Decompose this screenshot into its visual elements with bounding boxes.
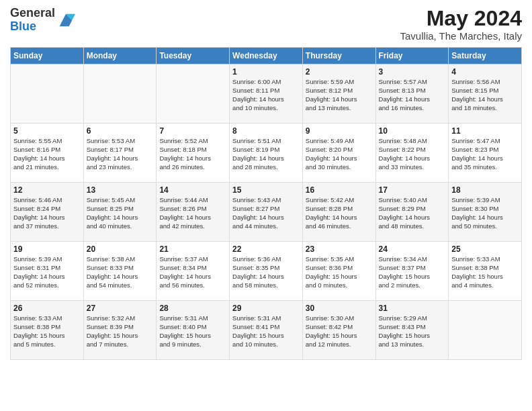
day-number: 26 — [13, 304, 81, 313]
day-cell: 3Sunrise: 5:57 AM Sunset: 8:13 PM Daylig… — [375, 64, 449, 124]
day-number: 23 — [306, 244, 373, 254]
day-cell: 10Sunrise: 5:48 AM Sunset: 8:22 PM Dayli… — [375, 124, 449, 183]
day-info: Sunrise: 5:33 AM Sunset: 8:38 PM Dayligh… — [451, 255, 519, 289]
day-number: 28 — [159, 304, 226, 313]
day-cell: 31Sunrise: 5:29 AM Sunset: 8:43 PM Dayli… — [375, 301, 449, 360]
day-number: 2 — [306, 67, 373, 77]
day-cell: 4Sunrise: 5:56 AM Sunset: 8:15 PM Daylig… — [449, 64, 522, 124]
logo: General Blue — [10, 7, 75, 34]
day-info: Sunrise: 5:47 AM Sunset: 8:23 PM Dayligh… — [451, 137, 519, 171]
day-cell: 27Sunrise: 5:32 AM Sunset: 8:39 PM Dayli… — [83, 301, 157, 360]
day-cell: 30Sunrise: 5:30 AM Sunset: 8:42 PM Dayli… — [302, 301, 375, 360]
day-number: 27 — [87, 304, 154, 313]
day-info: Sunrise: 5:43 AM Sunset: 8:27 PM Dayligh… — [232, 196, 300, 230]
day-cell: 21Sunrise: 5:37 AM Sunset: 8:34 PM Dayli… — [157, 242, 230, 301]
day-info: Sunrise: 5:59 AM Sunset: 8:12 PM Dayligh… — [306, 78, 373, 112]
day-cell: 20Sunrise: 5:38 AM Sunset: 8:33 PM Dayli… — [83, 242, 157, 301]
col-header-tuesday: Tuesday — [157, 48, 230, 64]
week-row-3: 12Sunrise: 5:46 AM Sunset: 8:24 PM Dayli… — [11, 183, 522, 242]
day-info: Sunrise: 5:39 AM Sunset: 8:31 PM Dayligh… — [13, 255, 81, 289]
day-number: 29 — [232, 304, 300, 313]
day-cell: 22Sunrise: 5:36 AM Sunset: 8:35 PM Dayli… — [230, 242, 303, 301]
day-info: Sunrise: 6:00 AM Sunset: 8:11 PM Dayligh… — [232, 78, 300, 112]
day-info: Sunrise: 5:46 AM Sunset: 8:24 PM Dayligh… — [13, 196, 81, 230]
day-cell: 1Sunrise: 6:00 AM Sunset: 8:11 PM Daylig… — [230, 64, 303, 124]
day-number: 14 — [159, 185, 226, 195]
logo-blue: Blue — [10, 19, 36, 33]
day-number: 1 — [232, 67, 300, 77]
day-cell: 2Sunrise: 5:59 AM Sunset: 8:12 PM Daylig… — [302, 64, 375, 124]
day-number: 31 — [379, 304, 446, 313]
day-info: Sunrise: 5:52 AM Sunset: 8:18 PM Dayligh… — [159, 137, 226, 171]
calendar-table: SundayMondayTuesdayWednesdayThursdayFrid… — [10, 47, 522, 360]
logo-icon — [56, 11, 75, 30]
week-row-1: 1Sunrise: 6:00 AM Sunset: 8:11 PM Daylig… — [11, 64, 522, 124]
day-cell — [11, 64, 84, 124]
day-cell: 26Sunrise: 5:33 AM Sunset: 8:38 PM Dayli… — [11, 301, 84, 360]
location-title: Tavullia, The Marches, Italy — [400, 30, 522, 42]
day-info: Sunrise: 5:44 AM Sunset: 8:26 PM Dayligh… — [159, 196, 226, 230]
day-number: 9 — [306, 126, 373, 136]
day-cell: 23Sunrise: 5:35 AM Sunset: 8:36 PM Dayli… — [302, 242, 375, 301]
day-info: Sunrise: 5:33 AM Sunset: 8:38 PM Dayligh… — [13, 314, 81, 349]
day-number: 21 — [159, 244, 226, 254]
day-cell: 29Sunrise: 5:31 AM Sunset: 8:41 PM Dayli… — [230, 301, 303, 360]
day-number: 5 — [13, 126, 81, 136]
day-number: 11 — [451, 126, 519, 136]
day-info: Sunrise: 5:35 AM Sunset: 8:36 PM Dayligh… — [306, 255, 373, 289]
day-number: 6 — [87, 126, 154, 136]
col-header-saturday: Saturday — [449, 48, 522, 64]
day-cell: 13Sunrise: 5:45 AM Sunset: 8:25 PM Dayli… — [83, 183, 157, 242]
day-number: 3 — [379, 67, 446, 77]
col-header-wednesday: Wednesday — [230, 48, 303, 64]
day-info: Sunrise: 5:53 AM Sunset: 8:17 PM Dayligh… — [87, 137, 154, 171]
week-row-2: 5Sunrise: 5:55 AM Sunset: 8:16 PM Daylig… — [11, 124, 522, 183]
day-number: 16 — [306, 185, 373, 195]
day-number: 4 — [451, 67, 519, 77]
day-cell: 15Sunrise: 5:43 AM Sunset: 8:27 PM Dayli… — [230, 183, 303, 242]
day-cell: 17Sunrise: 5:40 AM Sunset: 8:29 PM Dayli… — [375, 183, 449, 242]
day-info: Sunrise: 5:51 AM Sunset: 8:19 PM Dayligh… — [232, 137, 300, 171]
day-info: Sunrise: 5:32 AM Sunset: 8:39 PM Dayligh… — [87, 314, 154, 349]
day-number: 13 — [87, 185, 154, 195]
day-cell — [157, 64, 230, 124]
day-cell: 16Sunrise: 5:42 AM Sunset: 8:28 PM Dayli… — [302, 183, 375, 242]
day-cell: 25Sunrise: 5:33 AM Sunset: 8:38 PM Dayli… — [449, 242, 522, 301]
day-number: 19 — [13, 244, 81, 254]
week-row-4: 19Sunrise: 5:39 AM Sunset: 8:31 PM Dayli… — [11, 242, 522, 301]
day-number: 24 — [379, 244, 446, 254]
day-number: 20 — [87, 244, 154, 254]
day-info: Sunrise: 5:40 AM Sunset: 8:29 PM Dayligh… — [379, 196, 446, 230]
day-info: Sunrise: 5:57 AM Sunset: 8:13 PM Dayligh… — [379, 78, 446, 112]
day-info: Sunrise: 5:34 AM Sunset: 8:37 PM Dayligh… — [379, 255, 446, 289]
month-title: May 2024 — [400, 7, 522, 30]
day-cell: 12Sunrise: 5:46 AM Sunset: 8:24 PM Dayli… — [11, 183, 84, 242]
day-info: Sunrise: 5:45 AM Sunset: 8:25 PM Dayligh… — [87, 196, 154, 230]
day-number: 25 — [451, 244, 519, 254]
day-info: Sunrise: 5:42 AM Sunset: 8:28 PM Dayligh… — [306, 196, 373, 230]
day-number: 7 — [159, 126, 226, 136]
day-info: Sunrise: 5:37 AM Sunset: 8:34 PM Dayligh… — [159, 255, 226, 289]
day-number: 10 — [379, 126, 446, 136]
day-number: 15 — [232, 185, 300, 195]
day-cell: 6Sunrise: 5:53 AM Sunset: 8:17 PM Daylig… — [83, 124, 157, 183]
day-cell: 28Sunrise: 5:31 AM Sunset: 8:40 PM Dayli… — [157, 301, 230, 360]
title-block: May 2024 Tavullia, The Marches, Italy — [400, 7, 522, 42]
day-number: 8 — [232, 126, 300, 136]
day-cell: 18Sunrise: 5:39 AM Sunset: 8:30 PM Dayli… — [449, 183, 522, 242]
page: General Blue May 2024 Tavullia, The Marc… — [0, 0, 532, 411]
day-cell: 8Sunrise: 5:51 AM Sunset: 8:19 PM Daylig… — [230, 124, 303, 183]
day-cell — [83, 64, 157, 124]
header: General Blue May 2024 Tavullia, The Marc… — [10, 7, 522, 42]
header-row: SundayMondayTuesdayWednesdayThursdayFrid… — [11, 48, 522, 64]
day-number: 12 — [13, 185, 81, 195]
day-number: 22 — [232, 244, 300, 254]
day-info: Sunrise: 5:38 AM Sunset: 8:33 PM Dayligh… — [87, 255, 154, 289]
day-info: Sunrise: 5:55 AM Sunset: 8:16 PM Dayligh… — [13, 137, 81, 171]
col-header-friday: Friday — [375, 48, 449, 64]
day-info: Sunrise: 5:39 AM Sunset: 8:30 PM Dayligh… — [451, 196, 519, 230]
day-cell: 11Sunrise: 5:47 AM Sunset: 8:23 PM Dayli… — [449, 124, 522, 183]
day-cell — [449, 301, 522, 360]
day-number: 17 — [379, 185, 446, 195]
col-header-thursday: Thursday — [302, 48, 375, 64]
